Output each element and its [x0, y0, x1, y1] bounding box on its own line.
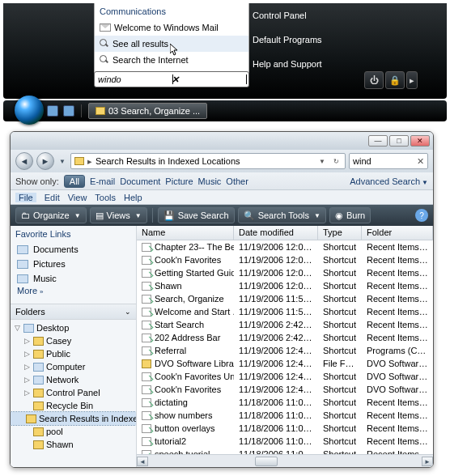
menu-file[interactable]: File — [15, 193, 36, 202]
col-name[interactable]: Name — [137, 226, 234, 240]
table-row[interactable]: Cook'n Favorites11/19/2006 12:03 ...Shor… — [137, 253, 433, 266]
close-button[interactable]: ✕ — [410, 135, 430, 147]
filter-all[interactable]: All — [64, 175, 85, 188]
expand-icon[interactable]: ▷ — [23, 337, 31, 345]
file-name: show numbers — [155, 410, 213, 420]
filter-other[interactable]: Other — [226, 176, 248, 186]
table-row[interactable]: dictating11/18/2006 11:00 ...ShortcutRec… — [137, 396, 433, 409]
tree-item[interactable]: Search Results in Indexed Lo — [11, 412, 136, 425]
taskbar-button-search[interactable]: 03 Search, Organize ... — [88, 103, 207, 119]
table-row[interactable]: Welcome and Start ...11/19/2006 11:52 ..… — [137, 305, 433, 318]
power-button[interactable]: ⏻ — [364, 71, 384, 89]
table-row[interactable]: Cook'n Favorites Unins...11/19/2006 12:4… — [137, 370, 433, 383]
views-button[interactable]: ▤ Views▼ — [90, 207, 147, 223]
forward-button[interactable]: ► — [36, 152, 54, 170]
start-search-input[interactable]: windo ✕ — [94, 71, 249, 87]
column-headers: Name Date modified Type Folder — [137, 226, 433, 240]
col-date[interactable]: Date modified — [234, 226, 318, 240]
start-orb[interactable] — [15, 96, 44, 125]
table-row[interactable]: 202 Address Bar11/19/2006 2:42 AMShortcu… — [137, 331, 433, 344]
address-dropdown-icon[interactable]: ▼ — [316, 158, 328, 165]
menu-view[interactable]: View — [68, 193, 87, 202]
file-folder: DVO Software Li — [362, 385, 433, 394]
table-row[interactable]: show numbers11/18/2006 11:00 ...Shortcut… — [137, 409, 433, 422]
menu-edit[interactable]: Edit — [45, 193, 60, 202]
organize-button[interactable]: 🗀 Organize▼ — [15, 207, 87, 223]
file-folder: Recent Items (C: — [362, 307, 433, 317]
file-folder: Recent Items (C: — [362, 242, 433, 252]
expand-icon[interactable]: ▷ — [23, 376, 31, 384]
menu-help[interactable]: Help — [124, 193, 142, 202]
horizontal-scrollbar[interactable]: ◄ ► — [137, 454, 433, 467]
maximize-button[interactable]: □ — [389, 135, 409, 147]
table-row[interactable]: Start Search11/19/2006 2:42 AMShortcutRe… — [137, 318, 433, 331]
table-row[interactable]: Cook'n Favorites11/19/2006 12:44 ...Shor… — [137, 383, 433, 396]
tree-item[interactable]: pool — [11, 425, 136, 438]
tree-label: Computer — [46, 362, 85, 372]
start-item-windows-mail[interactable]: Welcome to Windows Mail — [95, 19, 248, 36]
expand-icon[interactable]: ▽ — [14, 324, 21, 332]
start-item-label: See all results — [112, 38, 168, 49]
lock-button[interactable]: 🔒 — [385, 71, 405, 89]
file-name: Referral — [155, 346, 186, 355]
clear-icon[interactable]: ✕ — [172, 74, 245, 85]
tree-item[interactable]: ▷Network — [11, 373, 136, 386]
refresh-icon[interactable]: ↻ — [331, 158, 342, 165]
save-search-button[interactable]: 💾 Save Search — [158, 207, 235, 223]
col-type[interactable]: Type — [318, 226, 362, 240]
quick-launch-icon[interactable] — [63, 105, 74, 117]
help-button[interactable]: ? — [415, 209, 428, 222]
tree-item[interactable]: Shawn — [11, 438, 136, 451]
table-row[interactable]: Getting Started Guide11/19/2006 12:03 ..… — [137, 266, 433, 279]
file-folder: Recent Items (C: — [362, 268, 433, 278]
tree-item[interactable]: Recycle Bin — [11, 399, 136, 412]
expand-icon[interactable]: ▷ — [23, 350, 31, 358]
filter-music[interactable]: Music — [198, 176, 222, 186]
table-row[interactable]: Shawn11/19/2006 12:00 ...ShortcutRecent … — [137, 279, 433, 292]
table-row[interactable]: Referral11/19/2006 12:44 ...ShortcutProg… — [137, 344, 433, 357]
tree-item[interactable]: ▷Public — [11, 347, 136, 360]
scroll-left-icon[interactable]: ◄ — [137, 457, 148, 466]
shortcut-icon — [142, 385, 151, 394]
table-row[interactable]: DVO Software Library11/19/2006 12:44 ...… — [137, 357, 433, 370]
burn-button[interactable]: ◉ Burn — [329, 207, 371, 223]
col-folder[interactable]: Folder — [362, 226, 433, 240]
advanced-search-link[interactable]: Advanced Search▼ — [350, 176, 428, 186]
folder-icon — [33, 440, 44, 449]
table-row[interactable]: Chapter 23-- The Begi...11/19/2006 12:04… — [137, 240, 433, 253]
folders-header[interactable]: Folders ⌄ — [11, 304, 136, 320]
scroll-thumb[interactable] — [255, 457, 278, 466]
table-row[interactable]: speech tuorial11/18/2006 11:00 ...Shortc… — [137, 448, 433, 454]
table-row[interactable]: button overlays11/18/2006 11:00 ...Short… — [137, 422, 433, 435]
start-right-help[interactable]: Help and Support — [249, 52, 346, 76]
scroll-right-icon[interactable]: ► — [422, 457, 433, 466]
filter-document[interactable]: Document — [120, 176, 160, 186]
expand-icon[interactable]: ▷ — [23, 389, 31, 397]
search-tools-button[interactable]: 🔍 Search Tools▼ — [238, 207, 326, 223]
fav-pictures[interactable]: Pictures — [15, 257, 131, 271]
nav-history-dropdown[interactable]: ▼ — [57, 152, 67, 170]
expand-icon[interactable]: ▷ — [23, 363, 31, 371]
address-bar[interactable]: ▸ Search Results in Indexed Locations ▼ … — [70, 153, 346, 169]
search-input[interactable]: wind ✕ — [349, 153, 428, 169]
more-link[interactable]: More» — [15, 286, 131, 295]
tree-item[interactable]: ▷Computer — [11, 360, 136, 373]
start-right-control-panel[interactable]: Control Panel — [249, 3, 346, 28]
fav-music[interactable]: Music — [15, 271, 131, 286]
tree-item[interactable]: ▷Control Panel — [11, 386, 136, 399]
clear-icon[interactable]: ✕ — [417, 156, 424, 167]
quick-launch-icon[interactable] — [47, 105, 58, 117]
filter-email[interactable]: E-mail — [90, 176, 115, 186]
fav-documents[interactable]: Documents — [15, 242, 131, 257]
filter-picture[interactable]: Picture — [165, 176, 193, 186]
folder-icon — [142, 359, 151, 368]
shutdown-options-button[interactable]: ▸ — [406, 71, 418, 89]
menu-tools[interactable]: Tools — [95, 193, 116, 202]
tree-item[interactable]: ▽Desktop — [11, 321, 136, 334]
tree-item[interactable]: ▷Casey — [11, 334, 136, 347]
table-row[interactable]: Search, Organize11/19/2006 11:55 ...Shor… — [137, 292, 433, 305]
start-right-default-programs[interactable]: Default Programs — [249, 28, 346, 52]
back-button[interactable]: ◄ — [15, 152, 33, 170]
table-row[interactable]: tutorial211/18/2006 11:00 ...ShortcutRec… — [137, 435, 433, 448]
minimize-button[interactable]: — — [368, 135, 388, 147]
